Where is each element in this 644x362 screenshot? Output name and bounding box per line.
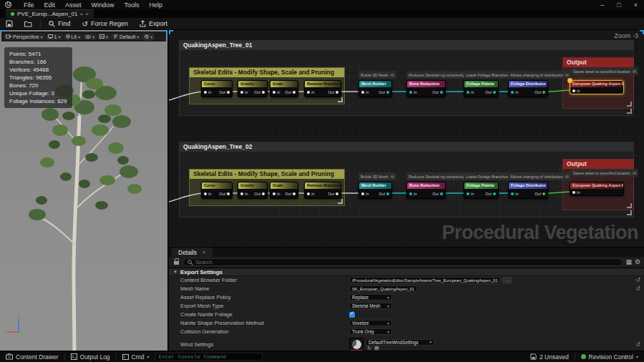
- pin-out[interactable]: [336, 192, 338, 195]
- pin-in[interactable]: [511, 91, 514, 94]
- view-size-dropdown[interactable]: 1▾: [46, 34, 63, 40]
- node-graph-panel[interactable]: Zoom -3 Procedural Vegetation QuakingAsp…: [169, 30, 644, 247]
- collision-generation-dropdown[interactable]: Trunk Only▾: [349, 328, 392, 335]
- node-scale[interactable]: Scale InOut: [270, 80, 298, 97]
- asset-replace-policy-dropdown[interactable]: Replace▾: [349, 294, 392, 300]
- browse-asset-button[interactable]: [19, 18, 38, 29]
- node-mesh-builder[interactable]: Mesh Builder InOut: [358, 182, 392, 199]
- pin-out[interactable]: [227, 91, 230, 94]
- node-remove-branches[interactable]: Remove Branches InOut: [304, 182, 341, 199]
- node-bone-reduction[interactable]: Bone Reduction InOut: [406, 182, 446, 199]
- revision-control-button[interactable]: Revision Control ▾: [575, 351, 644, 362]
- pin-out[interactable]: [386, 91, 389, 94]
- node-output-asset-01[interactable]: European Quaking Aspen 01 In: [570, 80, 624, 94]
- viewport-3d[interactable]: Perspective▾ 1▾ Lit▾ ▾ ▾ Default▾: [0, 30, 169, 351]
- pin-out[interactable]: [493, 91, 496, 94]
- pin-out[interactable]: [440, 192, 443, 195]
- content-drawer-button[interactable]: Content Drawer: [0, 351, 64, 362]
- asset-tab[interactable]: PVE_Europ...Aspen_01 • ×: [6, 9, 94, 18]
- pin-in[interactable]: [572, 191, 575, 194]
- pin-out[interactable]: [262, 91, 265, 94]
- node-foliage-palette[interactable]: Foliage Palette InOut: [464, 80, 499, 97]
- minimize-icon[interactable]: –: [594, 1, 610, 9]
- nanite-foliage-checkbox[interactable]: [349, 312, 355, 318]
- wind-settings-thumbnail[interactable]: [349, 338, 364, 352]
- menu-file[interactable]: File: [19, 0, 39, 9]
- menu-tools[interactable]: Tools: [119, 0, 145, 9]
- cmd-dropdown[interactable]: Cmd ▾: [117, 351, 155, 362]
- tab-close-icon[interactable]: ×: [203, 249, 206, 255]
- menu-help[interactable]: Help: [145, 0, 168, 9]
- node-comment-bubble[interactable]: Builds 3D Mesh: [358, 172, 396, 180]
- perspective-dropdown[interactable]: Perspective▾: [4, 34, 45, 40]
- force-regen-button[interactable]: ↺ Force Regen: [77, 18, 134, 29]
- tab-close-icon[interactable]: ×: [85, 11, 89, 17]
- node-foliage-distributor[interactable]: Foliage Distributor InOut: [508, 80, 548, 97]
- path-field[interactable]: /ProceduralVegetationEditor/SampleAssets…: [349, 277, 500, 283]
- pin-in[interactable]: [361, 91, 364, 94]
- pin-out[interactable]: [262, 192, 265, 195]
- pin-in[interactable]: [240, 192, 243, 195]
- pin-out[interactable]: [493, 192, 496, 195]
- pin-in[interactable]: [204, 91, 207, 94]
- maximize-icon[interactable]: □: [610, 1, 627, 9]
- browse-to-asset-icon[interactable]: ▤: [374, 346, 379, 351]
- node-comment-bubble[interactable]: Builds 3D Mesh: [358, 71, 396, 79]
- pin-out[interactable]: [293, 91, 296, 94]
- export-mesh-type-dropdown[interactable]: Skeletal Mesh▾: [349, 303, 392, 309]
- section-export-settings[interactable]: ▼ Export Settings: [169, 268, 644, 276]
- pin-out[interactable]: [440, 91, 443, 94]
- gear-icon[interactable]: ⚙: [635, 259, 640, 265]
- close-icon[interactable]: ×: [628, 1, 644, 9]
- node-mesh-builder[interactable]: Mesh Builder InOut: [358, 80, 392, 97]
- node-foliage-distributor[interactable]: Foliage Distributor InOut: [508, 182, 548, 199]
- pin-out[interactable]: [227, 192, 230, 195]
- node-comment-bubble[interactable]: Saves asset to specified location: [571, 169, 638, 177]
- search-input[interactable]: [195, 259, 618, 265]
- menu-edit[interactable]: Edit: [39, 0, 61, 9]
- pin-out[interactable]: [542, 91, 545, 94]
- pin-out[interactable]: [386, 192, 389, 195]
- node-comment-bubble[interactable]: Allows changing of distribution: [508, 172, 571, 180]
- console-command-input[interactable]: [155, 353, 263, 361]
- menu-asset[interactable]: Asset: [60, 0, 87, 9]
- pin-in[interactable]: [204, 192, 207, 195]
- node-foliage-palette[interactable]: Foliage Palette InOut: [464, 182, 499, 199]
- pin-out[interactable]: [542, 192, 545, 195]
- pin-in[interactable]: [467, 192, 469, 195]
- pin-in[interactable]: [240, 91, 243, 94]
- lock-icon[interactable]: [174, 261, 179, 265]
- pin-in[interactable]: [511, 192, 514, 195]
- node-comment-bubble[interactable]: Saves asset to specified location: [571, 67, 638, 75]
- tab-details[interactable]: Details ×: [172, 248, 213, 257]
- node-output-asset-02[interactable]: European Quaking Aspen 02 In: [570, 182, 624, 196]
- find-button[interactable]: Find: [43, 18, 77, 29]
- node-scale[interactable]: Scale InOut: [270, 182, 298, 199]
- unsaved-changes-button[interactable]: 2 Unsaved: [525, 351, 575, 362]
- node-comment-bubble[interactable]: Reduces Skeletal rig complexity: [406, 172, 472, 180]
- nanite-shape-method-dropdown[interactable]: Voxelize▾: [349, 320, 392, 326]
- details-search-box[interactable]: [183, 258, 623, 266]
- save-button[interactable]: [0, 18, 19, 29]
- pin-in[interactable]: [409, 91, 412, 94]
- node-comment-bubble[interactable]: Reduces Skeletal rig complexity: [406, 71, 472, 79]
- mesh-name-field[interactable]: SK_European_QuakingAspen_01: [349, 285, 417, 292]
- browse-path-button[interactable]: ...: [502, 277, 512, 283]
- pin-in[interactable]: [572, 89, 575, 92]
- wind-settings-dropdown[interactable]: DefaultTreeWindSettings▾: [366, 339, 434, 346]
- node-curve[interactable]: Curve InOut: [201, 80, 233, 97]
- node-remove-branches[interactable]: Remove Branches InOut: [304, 80, 341, 97]
- pin-in[interactable]: [467, 91, 469, 94]
- node-comment-bubble[interactable]: Allows changing of distribution: [508, 71, 571, 79]
- node-bone-reduction[interactable]: Bone Reduction InOut: [406, 80, 446, 97]
- device-profile-dropdown[interactable]: Default▾: [111, 34, 141, 40]
- display-options-icon[interactable]: ▦: [625, 259, 632, 265]
- show-flags-dropdown[interactable]: ▾: [83, 34, 97, 40]
- pin-in[interactable]: [273, 192, 275, 195]
- node-gravity[interactable]: Gravity InOut: [238, 80, 268, 97]
- pin-in[interactable]: [273, 91, 275, 94]
- reset-to-default-icon[interactable]: ↺: [635, 285, 640, 292]
- pin-out[interactable]: [336, 91, 338, 94]
- export-button[interactable]: Export: [134, 18, 173, 29]
- output-log-button[interactable]: Output Log: [65, 351, 116, 362]
